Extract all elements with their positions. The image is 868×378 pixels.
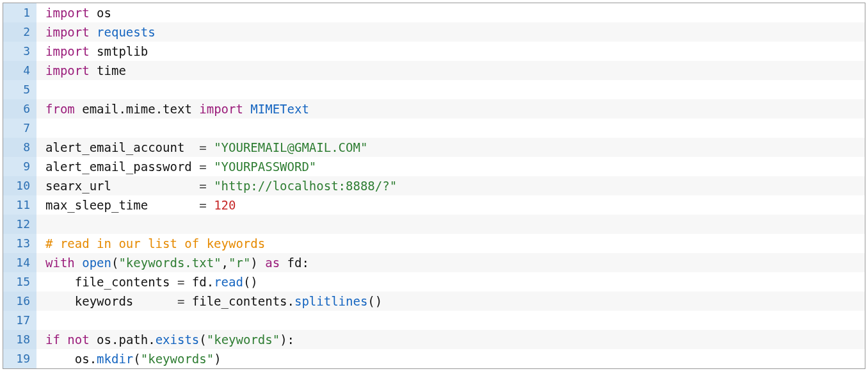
- code-content[interactable]: keywords = file_contents.splitlines(): [36, 292, 865, 311]
- token: "keywords": [141, 352, 214, 366]
- token: smtplib: [97, 44, 148, 58]
- code-line[interactable]: 10searx_url = "http://localhost:8888/?": [3, 176, 865, 195]
- code-content[interactable]: [36, 311, 865, 330]
- code-content[interactable]: searx_url = "http://localhost:8888/?": [36, 176, 865, 195]
- token: =: [177, 294, 184, 308]
- line-number: 6: [3, 99, 36, 119]
- code-content[interactable]: file_contents = fd.read(): [36, 272, 865, 292]
- token: import: [45, 44, 97, 58]
- line-number: 17: [3, 311, 36, 330]
- token: with: [45, 256, 82, 270]
- code-content[interactable]: import smtplib: [36, 42, 865, 61]
- token: file_contents: [184, 294, 287, 308]
- code-content[interactable]: with open("keywords.txt","r") as fd:: [36, 253, 865, 272]
- line-number: 1: [3, 3, 36, 22]
- code-line[interactable]: 5: [3, 80, 865, 99]
- token: as: [258, 256, 287, 270]
- token: os: [45, 352, 90, 366]
- token: .: [287, 294, 294, 308]
- token: .: [118, 102, 125, 116]
- token: ): [280, 333, 287, 347]
- line-number: 8: [3, 138, 36, 157]
- code-line[interactable]: 11max_sleep_time = 120: [3, 195, 865, 215]
- token: open: [82, 256, 111, 270]
- token: requests: [97, 25, 156, 39]
- code-content[interactable]: os.mkdir("keywords"): [36, 349, 865, 368]
- code-line[interactable]: 15 file_contents = fd.read(): [3, 272, 865, 292]
- token: =: [199, 179, 206, 193]
- code-content[interactable]: from email.mime.text import MIMEText: [36, 99, 865, 119]
- line-number: 9: [3, 157, 36, 176]
- token: [207, 198, 214, 212]
- code-content[interactable]: import os: [36, 3, 865, 22]
- token: [207, 160, 214, 174]
- code-line[interactable]: 4import time: [3, 61, 865, 80]
- line-number: 11: [3, 195, 36, 215]
- code-content[interactable]: alert_email_password = "YOURPASSWORD": [36, 157, 865, 176]
- token: "YOUREMAIL@GMAIL.COM": [214, 140, 367, 154]
- token: if: [45, 333, 67, 347]
- token: .: [90, 352, 97, 366]
- line-number: 15: [3, 272, 36, 292]
- line-number: 4: [3, 61, 36, 80]
- code-content[interactable]: if not os.path.exists("keywords"):: [36, 330, 865, 349]
- token: MIMEText: [250, 102, 309, 116]
- code-line[interactable]: 18if not os.path.exists("keywords"):: [3, 330, 865, 349]
- token: (): [367, 294, 382, 308]
- code-line[interactable]: 13# read in our list of keywords: [3, 234, 865, 253]
- line-number: 5: [3, 80, 36, 99]
- token: mime: [126, 102, 156, 116]
- code-line[interactable]: 2import requests: [3, 22, 865, 42]
- code-line[interactable]: 7: [3, 119, 865, 138]
- token: from: [45, 102, 82, 116]
- token: import: [45, 25, 97, 39]
- token: splitlines: [294, 294, 367, 308]
- token: # read in our list of keywords: [45, 236, 265, 251]
- code-line[interactable]: 12: [3, 215, 865, 234]
- line-number: 13: [3, 234, 36, 253]
- line-number: 7: [3, 119, 36, 138]
- token: max_sleep_time: [45, 198, 199, 212]
- token: "keywords": [207, 333, 280, 347]
- token: [207, 179, 214, 193]
- token: read: [214, 275, 243, 289]
- token: .: [148, 333, 155, 347]
- code-line[interactable]: 6from email.mime.text import MIMEText: [3, 99, 865, 119]
- token: 120: [214, 198, 236, 212]
- code-line[interactable]: 14with open("keywords.txt","r") as fd:: [3, 253, 865, 272]
- code-line[interactable]: 9alert_email_password = "YOURPASSWORD": [3, 157, 865, 176]
- line-number: 3: [3, 42, 36, 61]
- token: (: [133, 352, 140, 366]
- line-number: 19: [3, 349, 36, 368]
- code-editor[interactable]: 1import os2import requests3import smtpli…: [3, 3, 865, 369]
- token: ,: [221, 256, 229, 270]
- token: :: [301, 256, 309, 270]
- token: path: [118, 333, 148, 347]
- code-content[interactable]: # read in our list of keywords: [36, 234, 865, 253]
- token: searx_url: [45, 179, 199, 193]
- code-line[interactable]: 17: [3, 311, 865, 330]
- token: import: [45, 6, 97, 20]
- code-line[interactable]: 8alert_email_account = "YOUREMAIL@GMAIL.…: [3, 138, 865, 157]
- token: ): [250, 256, 257, 270]
- code-line[interactable]: 19 os.mkdir("keywords"): [3, 349, 865, 368]
- token: fd: [287, 256, 302, 270]
- code-content[interactable]: [36, 119, 865, 138]
- code-content[interactable]: alert_email_account = "YOUREMAIL@GMAIL.C…: [36, 138, 865, 157]
- token: text: [163, 102, 192, 116]
- code-content[interactable]: [36, 80, 865, 99]
- token: .: [207, 275, 214, 289]
- code-content[interactable]: [36, 215, 865, 234]
- line-number: 2: [3, 22, 36, 42]
- token: email: [82, 102, 118, 116]
- token: import: [45, 63, 97, 78]
- code-content[interactable]: import requests: [36, 22, 865, 42]
- token: .: [156, 102, 163, 116]
- code-line[interactable]: 16 keywords = file_contents.splitlines(): [3, 292, 865, 311]
- code-line[interactable]: 1import os: [3, 3, 865, 22]
- code-line[interactable]: 3import smtplib: [3, 42, 865, 61]
- code-content[interactable]: import time: [36, 61, 865, 80]
- line-number: 14: [3, 253, 36, 272]
- token: "YOURPASSWORD": [214, 160, 316, 174]
- code-content[interactable]: max_sleep_time = 120: [36, 195, 865, 215]
